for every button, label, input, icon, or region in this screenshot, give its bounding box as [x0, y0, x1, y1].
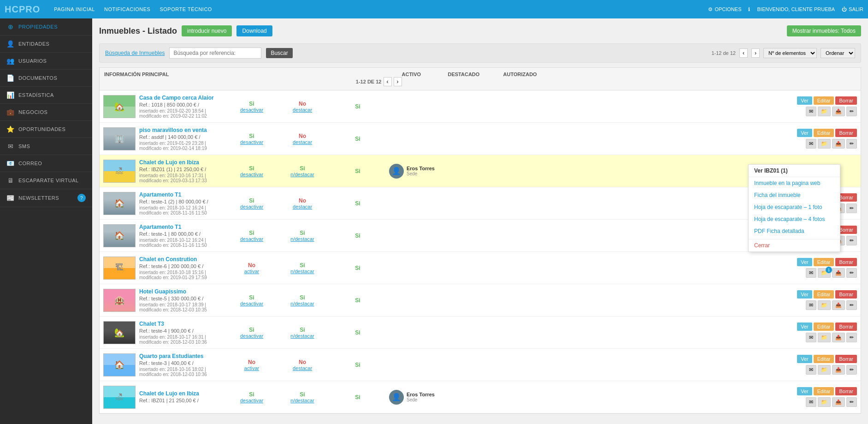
destacado-link-6[interactable]: n/destacar [277, 269, 328, 274]
sidebar-item-sms[interactable]: ✉ SMS [0, 138, 92, 155]
edit-icon-btn-8[interactable]: ✏ [846, 333, 857, 342]
btn-ver-8[interactable]: Ver [797, 322, 812, 331]
destacado-link-5[interactable]: n/destacar [277, 236, 328, 242]
btn-borrar-7[interactable]: Borrar [835, 290, 857, 299]
order-select[interactable]: Ordenar [821, 48, 855, 58]
elements-select[interactable]: Nº de elementos [763, 48, 817, 58]
activo-link-7[interactable]: desactivar [230, 301, 273, 306]
nav-pagina-inicial[interactable]: PAGINA INICIAL [54, 6, 95, 12]
btn-borrar-9[interactable]: Borrar [835, 355, 857, 363]
busqueda-inmuebles-link[interactable]: Búsqueda de Inmuebles [105, 50, 165, 56]
destacado-link-3[interactable]: n/destacar [277, 172, 328, 177]
edit-icon-btn-6[interactable]: ✏ [846, 268, 857, 278]
prop-name-3[interactable]: Chalet de Lujo en Ibiza [139, 159, 199, 166]
share-icon-btn-9[interactable]: 📤 [832, 365, 845, 375]
btn-ver-2[interactable]: Ver [797, 129, 812, 137]
btn-borrar-10[interactable]: Borrar [835, 387, 857, 395]
btn-introducir-nuevo[interactable]: introducir nuevo [182, 25, 232, 36]
share-icon-btn-8[interactable]: 📤 [832, 333, 845, 342]
dropdown-item-web[interactable]: Inmueble en la pagina web [749, 177, 840, 189]
sidebar-item-newsletters[interactable]: 📰 NEWSLETTERS ? [0, 189, 92, 207]
sidebar-item-oportunidades[interactable]: ⭐ OPORTUNIDADES [0, 121, 92, 138]
sidebar-item-escaparate[interactable]: 🖥 ESCAPARATE VIRTUAL [0, 172, 92, 189]
destacado-link-9[interactable]: destacar [277, 365, 328, 371]
btn-mostrar-inmuebles[interactable]: Mostrar inmuebles: Todos [787, 25, 861, 36]
destacado-link-7[interactable]: n/destacar [277, 301, 328, 306]
share-icon-btn-2[interactable]: 📤 [832, 139, 845, 149]
folder-icon-btn-8[interactable]: 📁 [818, 333, 831, 342]
table-next-btn[interactable]: › [394, 77, 402, 86]
next-page-btn[interactable]: › [751, 48, 760, 58]
destacado-link-1[interactable]: destacar [277, 107, 328, 113]
dropdown-item-cerrar[interactable]: Cerrar [749, 239, 840, 251]
activo-link-5[interactable]: desactivar [230, 236, 273, 242]
folder-icon-btn-7[interactable]: 📁 [818, 300, 831, 310]
prop-name-6[interactable]: Chalet en Constrution [139, 256, 197, 263]
btn-ver-6[interactable]: Ver [797, 258, 812, 266]
share-icon-btn-7[interactable]: 📤 [832, 300, 845, 310]
sidebar-item-documentos[interactable]: 📄 DOCUMENTOS [0, 70, 92, 87]
folder-icon-btn-10[interactable]: 📁 [818, 397, 831, 407]
prop-name-5[interactable]: Apartamento T1 [139, 224, 181, 230]
email-icon-btn-9[interactable]: ✉ [806, 365, 816, 375]
folder-icon-btn-9[interactable]: 📁 [818, 365, 831, 375]
btn-editar-9[interactable]: Editar [814, 355, 834, 363]
btn-borrar-2[interactable]: Borrar [835, 129, 857, 137]
dropdown-item-ficha[interactable]: Ficha del inmueble [749, 189, 840, 201]
btn-borrar-6[interactable]: Borrar [835, 258, 857, 266]
btn-editar-10[interactable]: Editar [814, 387, 834, 395]
destacado-link-4[interactable]: destacar [277, 204, 328, 209]
email-icon-btn-7[interactable]: ✉ [806, 300, 816, 310]
btn-ver-10[interactable]: Ver [797, 387, 812, 395]
options-button[interactable]: ⚙ OPCIONES [708, 6, 741, 12]
share-icon-btn-6[interactable]: 📤 [832, 268, 845, 278]
email-icon-btn-1[interactable]: ✉ [806, 107, 816, 116]
btn-editar-7[interactable]: Editar [814, 290, 834, 299]
edit-icon-btn-5[interactable]: ✏ [846, 236, 857, 245]
btn-ver-1[interactable]: Ver [797, 96, 812, 105]
destacado-link-10[interactable]: n/destacar [277, 398, 328, 403]
prop-name-9[interactable]: Quarto para Estudiantes [139, 353, 203, 359]
info-icon[interactable]: ℹ [748, 6, 750, 12]
edit-icon-btn-7[interactable]: ✏ [846, 300, 857, 310]
share-icon-btn-10[interactable]: 📤 [832, 397, 845, 407]
sidebar-item-estadistica[interactable]: 📊 ESTADÍSTICA [0, 87, 92, 104]
prop-name-8[interactable]: Chalet T3 [139, 321, 164, 327]
dropdown-item-pdf[interactable]: PDF Ficha detallada [749, 225, 840, 237]
btn-borrar-1[interactable]: Borrar [835, 96, 857, 105]
btn-ver-7[interactable]: Ver [797, 290, 812, 299]
prop-name-7[interactable]: Hotel Guapíssimo [139, 288, 186, 295]
destacado-link-2[interactable]: destacar [277, 139, 328, 145]
sidebar-item-propiedades[interactable]: ⊕ PROPIEDADES [0, 18, 92, 36]
edit-icon-btn-1[interactable]: ✏ [846, 107, 857, 116]
btn-editar-1[interactable]: Editar [814, 96, 834, 105]
email-icon-btn-2[interactable]: ✉ [806, 139, 816, 149]
btn-borrar-8[interactable]: Borrar [835, 322, 857, 331]
activo-link-1[interactable]: desactivar [230, 107, 273, 113]
table-prev-btn[interactable]: ‹ [384, 77, 392, 86]
activo-link-3[interactable]: desactivar [230, 172, 273, 177]
sidebar-item-correo[interactable]: 📧 CORREO [0, 155, 92, 172]
edit-icon-btn-2[interactable]: ✏ [846, 139, 857, 149]
email-icon-btn-6[interactable]: ✉ [806, 268, 816, 278]
salir-button[interactable]: ⏻ SALIR [842, 6, 863, 12]
activo-link-6[interactable]: activar [230, 269, 273, 274]
dropdown-item-hoja4[interactable]: Hoja de escaparate – 4 fotos [749, 213, 840, 225]
folder-icon-btn-6[interactable]: 📁1 [818, 268, 831, 278]
activo-link-9[interactable]: activar [230, 365, 273, 371]
dropdown-item-hoja1[interactable]: Hoja de escaparate – 1 foto [749, 201, 840, 213]
nav-soporte[interactable]: SOPORTE TÉCNICO [159, 6, 212, 12]
activo-link-8[interactable]: desactivar [230, 333, 273, 339]
share-icon-btn-1[interactable]: 📤 [832, 107, 845, 116]
activo-link-4[interactable]: desactivar [230, 204, 273, 209]
btn-buscar[interactable]: Buscar [266, 48, 292, 58]
folder-icon-btn-1[interactable]: 📁 [818, 107, 831, 116]
btn-editar-2[interactable]: Editar [814, 129, 834, 137]
nav-notificaciones[interactable]: NOTIFICACIONES [104, 6, 151, 12]
email-icon-btn-8[interactable]: ✉ [806, 333, 816, 342]
sidebar-item-entidades[interactable]: 👤 ENTIDADES [0, 36, 92, 53]
destacado-link-8[interactable]: n/destacar [277, 333, 328, 339]
prop-name-2[interactable]: piso maravilloso en venta [139, 127, 207, 133]
prop-name-1[interactable]: Casa de Campo cerca Alaior [139, 95, 214, 101]
btn-editar-8[interactable]: Editar [814, 322, 834, 331]
